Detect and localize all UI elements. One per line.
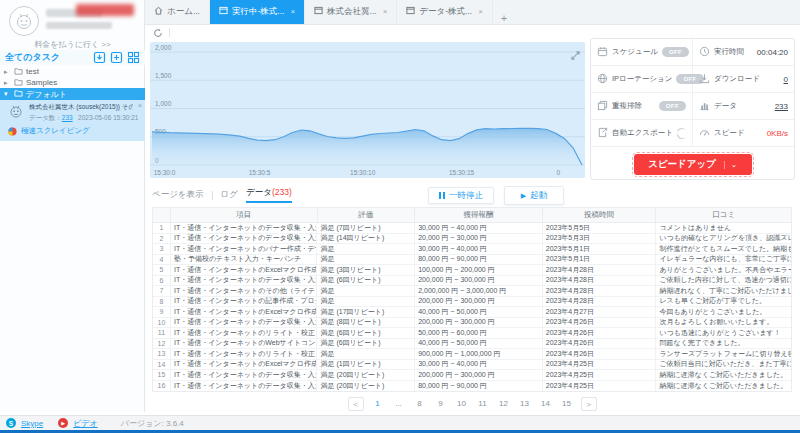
cell: 2023年4月26日 (543, 349, 657, 359)
clock-icon (699, 43, 710, 61)
refresh-icon[interactable] (153, 28, 163, 38)
cell: 6 (153, 276, 171, 286)
chevron-down-icon[interactable]: ⌄ (724, 161, 737, 169)
start-button[interactable]: ▶ 起動 (504, 186, 564, 205)
cell: 2023年4月26日 (543, 339, 657, 349)
panel-row-1: スケジュールOFF実行時間00:04:20 (591, 39, 794, 66)
close-tab-icon[interactable]: × (383, 7, 388, 16)
page-11[interactable]: 11 (476, 397, 490, 411)
table-row[interactable]: 14IT・通信・インターネットのExcelマクロ作成・VBA...満足 (1回リ… (153, 360, 791, 371)
cell: IT・通信・インターネットのデータ収集・入力・リス... (171, 381, 318, 392)
off-toggle[interactable]: OFF (677, 128, 686, 139)
page-8[interactable]: 8 (413, 397, 427, 411)
cell: 2023年4月28日 (543, 286, 657, 296)
cell: 納期に遅滞なくご対応いただきました。 (656, 381, 791, 392)
tab-4[interactable]: データ-株式...× (397, 0, 493, 24)
off-pill[interactable]: OFF (659, 101, 686, 111)
pause-label: 一時停止 (449, 190, 483, 202)
cell: IT・通信・インターネットの記事作成・ブログ記事・... (171, 297, 318, 307)
table-row[interactable]: 5IT・通信・インターネットのExcelマクロ作成・VBA...満足 (3回リピ… (153, 265, 791, 276)
sidebar-folder-Samples[interactable]: ▸Samples (0, 77, 145, 88)
new-tab-button[interactable]: + (493, 12, 515, 24)
task-close-icon[interactable]: × (138, 102, 142, 109)
pause-button[interactable]: 一時停止 (428, 187, 494, 204)
cell: 14 (153, 360, 171, 370)
table-row[interactable]: 9IT・通信・インターネットのExcelマクロ作成・VBA...満足 (17回リ… (153, 307, 791, 318)
cell: 13 (153, 349, 171, 359)
speedup-button[interactable]: スピードアップ ⌄ (634, 154, 752, 175)
panel-value[interactable]: 0 (784, 75, 788, 84)
page-9[interactable]: 9 (434, 397, 448, 411)
table-row[interactable]: 12IT・通信・インターネットのWebサイトコンテンツ作...満足 (6回リピー… (153, 339, 791, 350)
sidebar-folder-デフォルト[interactable]: ▾デフォルト (0, 88, 145, 100)
cell: IT・通信・インターネットのデータ収集・入力・リス... (171, 223, 318, 233)
table-row[interactable]: 4塾・予備校のテキスト入力・キーパンチ満足80,000 円 ~ 90,000 円… (153, 255, 791, 266)
page-13[interactable]: 13 (518, 397, 532, 411)
tab-1[interactable]: ホーム... (145, 0, 210, 24)
tab-data[interactable]: データ(233) (246, 187, 292, 203)
home-icon (154, 6, 163, 17)
table-row[interactable]: 1IT・通信・インターネットのデータ収集・入力・リス...満足 (7回リピート)… (153, 223, 791, 234)
table-row[interactable]: 15IT・通信・インターネットのデータ収集・入力・リス...満足 (20回リピー… (153, 370, 791, 381)
cell: 満足 (317, 255, 415, 265)
cell: 今回もありがとうございました。 (656, 307, 791, 317)
tab-3[interactable]: 株式会社翼...× (305, 0, 397, 24)
task-card[interactable]: 株式会社翼世木 (sousek(2015)) その他専門… × データ数：233… (0, 100, 145, 141)
table-row[interactable]: 13IT・通信・インターネットのリライト・校正・編集満足900,000 円 ~ … (153, 349, 791, 360)
panel-cell-IPローテーション: IPローテーションOFF (591, 66, 693, 92)
cell: 納期遅れなく、丁寧にご対応いただけました。 (656, 286, 791, 296)
next-page-button[interactable]: > (581, 397, 597, 411)
task-count-link[interactable]: 233 (62, 114, 73, 121)
cell: 80,000 円 ~ 90,000 円 (415, 255, 543, 265)
prev-page-button[interactable]: < (348, 397, 364, 411)
caret-right-icon[interactable]: ▸ (4, 68, 11, 76)
page-14[interactable]: 14 (539, 397, 553, 411)
cell: いつも迅速にありがとうございます！ (656, 328, 791, 338)
table-row[interactable]: 3IT・通信・インターネットのバナー作成・デザイン満足30,000 円 ~ 40… (153, 244, 791, 255)
table-row[interactable]: 10IT・通信・インターネットのデータ収集・入力・リス...満足 (8回リピート… (153, 318, 791, 329)
panel-label: スケジュール (612, 47, 658, 57)
video-link[interactable]: ビデオ (73, 418, 98, 429)
tab-log[interactable]: ログ (221, 189, 238, 201)
panel-value[interactable]: 233 (775, 102, 788, 111)
cell: 7 (153, 286, 171, 296)
caret-down-icon[interactable]: ▾ (4, 90, 11, 98)
toggle-label: OFF (672, 130, 683, 136)
cell: 2023年5月1日 (543, 255, 657, 265)
table-row[interactable]: 11IT・通信・インターネットのリライト・校正・編集満足 (6回リピート)50,… (153, 328, 791, 339)
table-row[interactable]: 6IT・通信・インターネットのデータ収集・入力・リス...満足 (6回リピート)… (153, 276, 791, 287)
expand-chart-icon[interactable] (571, 46, 580, 64)
cell: IT・通信・インターネットのデータ収集・入力・リス... (171, 370, 318, 380)
new-task-icon[interactable] (110, 51, 123, 64)
dashboard-icon[interactable] (127, 51, 140, 64)
pay-link[interactable]: 料金を払うに行く >> (0, 39, 145, 50)
cell: 問題なく完了できました。 (656, 339, 791, 349)
panel-cell-ダウンロード: ダウンロード0 (693, 66, 794, 92)
task-avatar-icon (8, 103, 24, 123)
cell: 満足 (14回リピート) (317, 234, 415, 244)
page-15[interactable]: 15 (560, 397, 574, 411)
cell: 12 (153, 339, 171, 349)
table-row[interactable]: 2IT・通信・インターネットのデータ収集・入力・リス...満足 (14回リピート… (153, 234, 791, 245)
tab-2[interactable]: 実行中-株式...× (210, 0, 305, 24)
close-tab-icon[interactable]: × (290, 7, 295, 16)
cell: 満足 (20回リピート) (317, 381, 415, 392)
tab-show-page[interactable]: ページを表示 (152, 189, 204, 201)
table-row[interactable]: 16IT・通信・インターネットのデータ収集・入力・リス...満足 (20回リピー… (153, 381, 791, 392)
caret-right-icon[interactable]: ▸ (4, 79, 11, 87)
task-mode-link[interactable]: 極速スクレイピング (8, 126, 90, 136)
skype-link[interactable]: Skype (21, 419, 43, 428)
sidebar-folder-test[interactable]: ▸test (0, 66, 145, 77)
import-task-icon[interactable] (93, 51, 106, 64)
header-cell-3: 獲得報酬 (415, 208, 543, 222)
close-tab-icon[interactable]: × (478, 7, 483, 16)
cell: 2023年4月25日 (543, 381, 657, 392)
tasks-header-label: 全てのタスク (5, 51, 89, 64)
page-1[interactable]: 1 (371, 397, 385, 411)
svg-text:15:30:15: 15:30:15 (449, 169, 475, 176)
table-row[interactable]: 8IT・通信・インターネットの記事作成・ブログ記事・...満足200,000 円… (153, 297, 791, 308)
table-row[interactable]: 7IT・通信・インターネットのその他（ライティング）満足2,000,000 円 … (153, 286, 791, 297)
page-12[interactable]: 12 (497, 397, 511, 411)
off-pill[interactable]: OFF (662, 47, 689, 57)
page-10[interactable]: 10 (455, 397, 469, 411)
